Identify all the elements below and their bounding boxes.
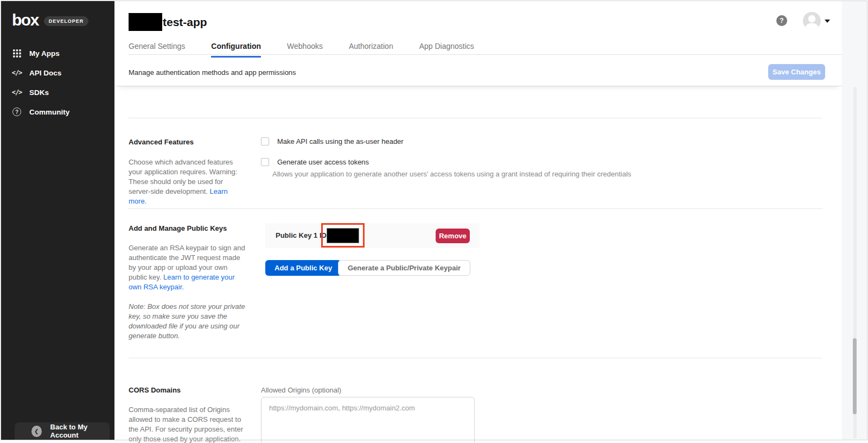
user-access-tokens-description: Allows your application to generate anot… — [272, 170, 631, 178]
redacted-public-key-id — [327, 228, 359, 243]
sidebar-item-label: My Apps — [29, 49, 60, 58]
scrollbar-thumb[interactable] — [853, 338, 857, 414]
tab-bar: General Settings Configuration Webhooks … — [129, 42, 500, 58]
tab-authorization[interactable]: Authorization — [349, 42, 393, 58]
back-to-account-button[interactable]: ❮ Back to My Account — [15, 422, 110, 440]
tab-configuration[interactable]: Configuration — [211, 42, 261, 58]
remove-key-button[interactable]: Remove — [436, 229, 470, 243]
section-title: CORS Domains — [129, 386, 249, 394]
sidebar-item-community[interactable]: ? Community — [1, 102, 114, 122]
sidebar-item-my-apps[interactable]: My Apps — [1, 43, 114, 63]
sidebar-item-label: SDKs — [29, 88, 49, 97]
tabs-divider — [129, 54, 842, 55]
add-public-key-button[interactable]: Add a Public Key — [265, 260, 341, 276]
user-access-tokens-checkbox[interactable] — [261, 158, 269, 166]
app-title-text: test-app — [163, 16, 207, 29]
account-menu[interactable] — [803, 12, 830, 30]
question-circle-icon: ? — [12, 107, 22, 117]
tab-general-settings[interactable]: General Settings — [129, 42, 185, 58]
section-title: Add and Manage Public Keys — [129, 224, 247, 232]
page-title: test-app — [129, 13, 207, 31]
sidebar-nav: My Apps </> API Docs </> SDKs ? Communit… — [1, 43, 114, 122]
tab-webhooks[interactable]: Webhooks — [287, 42, 323, 58]
checkbox-label: Generate user access tokens — [277, 158, 369, 166]
advanced-features-section-intro: Advanced Features Choose which advanced … — [129, 138, 246, 206]
section-title: Advanced Features — [129, 138, 246, 146]
grid-icon — [12, 48, 22, 58]
as-user-header-option[interactable]: Make API calls using the as-user header — [261, 137, 404, 145]
sidebar-item-api-docs[interactable]: </> API Docs — [1, 63, 114, 83]
box-developer-console: box DEVELOPER My Apps </> API Docs </> — [0, 0, 868, 443]
redaction-annotation-box — [321, 223, 365, 248]
avatar — [803, 12, 821, 30]
redacted-app-name-prefix — [129, 13, 162, 31]
cors-section-intro: CORS Domains Comma-separated list of Ori… — [129, 386, 249, 443]
chevron-left-icon: ❮ — [31, 426, 42, 437]
sidebar-item-sdks[interactable]: </> SDKs — [1, 83, 114, 102]
public-keys-section-intro: Add and Manage Public Keys Generate an R… — [129, 224, 247, 341]
allowed-origins-input[interactable] — [261, 397, 475, 443]
public-key-id-label: Public Key 1 ID — [276, 231, 327, 239]
box-logo: box — [12, 12, 39, 28]
code-icon: </> — [12, 68, 22, 78]
toolbar-divider — [115, 71, 842, 86]
public-key-row: Public Key 1 ID Remove — [265, 223, 480, 248]
back-to-account-label: Back to My Account — [50, 423, 110, 439]
private-key-note: Note: Box does not store your private ke… — [129, 302, 247, 341]
section-divider — [129, 118, 822, 118]
user-access-tokens-option[interactable]: Generate user access tokens — [261, 158, 369, 166]
developer-badge: DEVELOPER — [44, 16, 89, 26]
chevron-down-icon — [825, 20, 830, 23]
section-description: Comma-separated list of Origins allowed … — [129, 405, 249, 443]
section-description: Choose which advanced features your appl… — [129, 157, 246, 206]
generate-keypair-button[interactable]: Generate a Public/Private Keypair — [338, 260, 470, 276]
section-divider — [129, 358, 822, 358]
tab-app-diagnostics[interactable]: App Diagnostics — [419, 42, 474, 58]
logo[interactable]: box DEVELOPER — [1, 1, 114, 28]
as-user-header-checkbox[interactable] — [261, 137, 269, 145]
sidebar-item-label: Community — [29, 108, 69, 116]
section-divider — [129, 208, 822, 209]
code-icon: </> — [12, 87, 22, 97]
sidebar: box DEVELOPER My Apps </> API Docs </> — [1, 1, 114, 440]
checkbox-label: Make API calls using the as-user header — [277, 137, 404, 145]
section-description: Generate an RSA keypair to sign and auth… — [129, 243, 247, 292]
help-icon[interactable]: ? — [776, 15, 787, 26]
allowed-origins-label: Allowed Origins (optional) — [261, 386, 341, 394]
screenshot-frame — [1, 1, 867, 440]
sidebar-item-label: API Docs — [29, 69, 61, 77]
